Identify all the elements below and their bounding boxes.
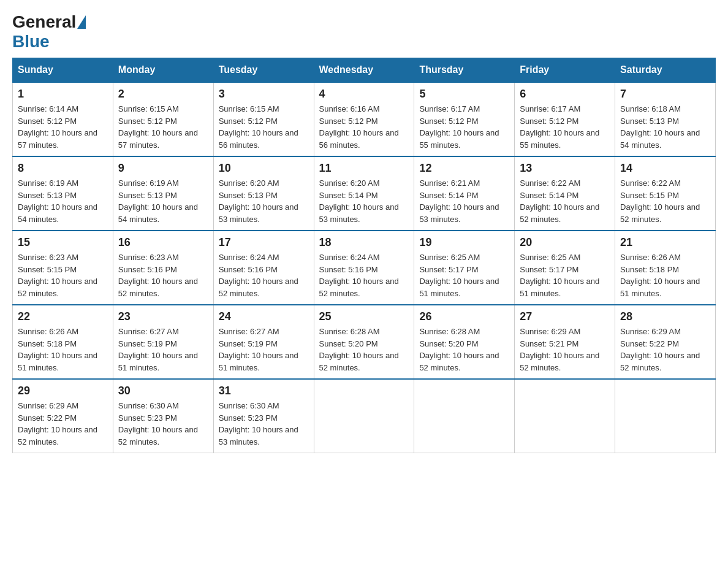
- header-thursday: Thursday: [414, 58, 515, 83]
- day-number: 12: [419, 162, 509, 175]
- day-info: Sunrise: 6:19 AM Sunset: 5:13 PM Dayligh…: [18, 177, 108, 225]
- day-info: Sunrise: 6:16 AM Sunset: 5:12 PM Dayligh…: [319, 103, 409, 151]
- logo: General Blue: [12, 12, 87, 52]
- calendar-cell: 31 Sunrise: 6:30 AM Sunset: 5:23 PM Dayl…: [213, 379, 314, 453]
- calendar-cell: 9 Sunrise: 6:19 AM Sunset: 5:13 PM Dayli…: [113, 156, 213, 231]
- day-info: Sunrise: 6:15 AM Sunset: 5:12 PM Dayligh…: [219, 103, 309, 151]
- day-number: 20: [520, 236, 610, 249]
- day-number: 10: [219, 162, 309, 175]
- calendar-cell: 6 Sunrise: 6:17 AM Sunset: 5:12 PM Dayli…: [515, 82, 615, 156]
- day-number: 22: [18, 310, 108, 323]
- week-row-2: 8 Sunrise: 6:19 AM Sunset: 5:13 PM Dayli…: [13, 156, 716, 231]
- day-info: Sunrise: 6:28 AM Sunset: 5:20 PM Dayligh…: [319, 326, 409, 373]
- header-wednesday: Wednesday: [314, 58, 414, 83]
- day-number: 17: [219, 236, 309, 249]
- day-info: Sunrise: 6:21 AM Sunset: 5:14 PM Dayligh…: [419, 177, 509, 225]
- calendar-cell: [515, 379, 615, 453]
- day-info: Sunrise: 6:15 AM Sunset: 5:12 PM Dayligh…: [118, 103, 208, 151]
- day-number: 1: [18, 88, 108, 101]
- day-number: 19: [419, 236, 509, 249]
- calendar-cell: 29 Sunrise: 6:29 AM Sunset: 5:22 PM Dayl…: [13, 379, 113, 453]
- day-info: Sunrise: 6:18 AM Sunset: 5:13 PM Dayligh…: [620, 103, 710, 151]
- calendar-cell: 22 Sunrise: 6:26 AM Sunset: 5:18 PM Dayl…: [13, 305, 113, 379]
- day-info: Sunrise: 6:26 AM Sunset: 5:18 PM Dayligh…: [620, 251, 710, 299]
- calendar-table: SundayMondayTuesdayWednesdayThursdayFrid…: [12, 58, 716, 453]
- day-number: 27: [520, 310, 610, 323]
- day-info: Sunrise: 6:29 AM Sunset: 5:22 PM Dayligh…: [18, 400, 108, 448]
- day-info: Sunrise: 6:27 AM Sunset: 5:19 PM Dayligh…: [118, 326, 208, 373]
- day-info: Sunrise: 6:22 AM Sunset: 5:14 PM Dayligh…: [520, 177, 610, 225]
- calendar-cell: [314, 379, 414, 453]
- calendar-cell: 16 Sunrise: 6:23 AM Sunset: 5:16 PM Dayl…: [113, 231, 213, 305]
- calendar-cell: 18 Sunrise: 6:24 AM Sunset: 5:16 PM Dayl…: [314, 231, 414, 305]
- calendar-cell: 30 Sunrise: 6:30 AM Sunset: 5:23 PM Dayl…: [113, 379, 213, 453]
- day-number: 30: [118, 385, 208, 397]
- header-saturday: Saturday: [615, 58, 716, 83]
- calendar-cell: 13 Sunrise: 6:22 AM Sunset: 5:14 PM Dayl…: [515, 156, 615, 231]
- calendar-cell: 7 Sunrise: 6:18 AM Sunset: 5:13 PM Dayli…: [615, 82, 716, 156]
- logo-arrow-icon: [77, 15, 86, 29]
- calendar-cell: 11 Sunrise: 6:20 AM Sunset: 5:14 PM Dayl…: [314, 156, 414, 231]
- day-info: Sunrise: 6:14 AM Sunset: 5:12 PM Dayligh…: [18, 103, 108, 151]
- day-number: 25: [319, 310, 409, 323]
- calendar-cell: 17 Sunrise: 6:24 AM Sunset: 5:16 PM Dayl…: [213, 231, 314, 305]
- calendar-cell: 8 Sunrise: 6:19 AM Sunset: 5:13 PM Dayli…: [13, 156, 113, 231]
- day-number: 5: [419, 88, 509, 101]
- day-number: 15: [18, 236, 108, 249]
- day-info: Sunrise: 6:24 AM Sunset: 5:16 PM Dayligh…: [219, 251, 309, 299]
- week-row-1: 1 Sunrise: 6:14 AM Sunset: 5:12 PM Dayli…: [13, 82, 716, 156]
- week-row-3: 15 Sunrise: 6:23 AM Sunset: 5:15 PM Dayl…: [13, 231, 716, 305]
- calendar-cell: [414, 379, 515, 453]
- calendar-cell: 2 Sunrise: 6:15 AM Sunset: 5:12 PM Dayli…: [113, 82, 213, 156]
- day-number: 29: [18, 385, 108, 397]
- week-row-5: 29 Sunrise: 6:29 AM Sunset: 5:22 PM Dayl…: [13, 379, 716, 453]
- day-number: 23: [118, 310, 208, 323]
- calendar-cell: 14 Sunrise: 6:22 AM Sunset: 5:15 PM Dayl…: [615, 156, 716, 231]
- day-info: Sunrise: 6:27 AM Sunset: 5:19 PM Dayligh…: [219, 326, 309, 373]
- day-info: Sunrise: 6:30 AM Sunset: 5:23 PM Dayligh…: [219, 400, 309, 448]
- day-number: 9: [118, 162, 208, 175]
- calendar-header-row: SundayMondayTuesdayWednesdayThursdayFrid…: [13, 58, 716, 83]
- calendar-cell: 28 Sunrise: 6:29 AM Sunset: 5:22 PM Dayl…: [615, 305, 716, 379]
- header-monday: Monday: [113, 58, 213, 83]
- day-number: 26: [419, 310, 509, 323]
- day-info: Sunrise: 6:17 AM Sunset: 5:12 PM Dayligh…: [419, 103, 509, 151]
- day-info: Sunrise: 6:24 AM Sunset: 5:16 PM Dayligh…: [319, 251, 409, 299]
- day-number: 13: [520, 162, 610, 175]
- day-number: 3: [219, 88, 309, 101]
- calendar-cell: 19 Sunrise: 6:25 AM Sunset: 5:17 PM Dayl…: [414, 231, 515, 305]
- calendar-cell: 23 Sunrise: 6:27 AM Sunset: 5:19 PM Dayl…: [113, 305, 213, 379]
- day-number: 18: [319, 236, 409, 249]
- day-info: Sunrise: 6:29 AM Sunset: 5:21 PM Dayligh…: [520, 326, 610, 373]
- week-row-4: 22 Sunrise: 6:26 AM Sunset: 5:18 PM Dayl…: [13, 305, 716, 379]
- day-info: Sunrise: 6:26 AM Sunset: 5:18 PM Dayligh…: [18, 326, 108, 373]
- day-info: Sunrise: 6:17 AM Sunset: 5:12 PM Dayligh…: [520, 103, 610, 151]
- day-info: Sunrise: 6:20 AM Sunset: 5:13 PM Dayligh…: [219, 177, 309, 225]
- day-info: Sunrise: 6:25 AM Sunset: 5:17 PM Dayligh…: [419, 251, 509, 299]
- day-number: 31: [219, 385, 309, 397]
- calendar-cell: 25 Sunrise: 6:28 AM Sunset: 5:20 PM Dayl…: [314, 305, 414, 379]
- day-info: Sunrise: 6:28 AM Sunset: 5:20 PM Dayligh…: [419, 326, 509, 373]
- page-header: General Blue: [12, 12, 716, 52]
- calendar-cell: 12 Sunrise: 6:21 AM Sunset: 5:14 PM Dayl…: [414, 156, 515, 231]
- day-number: 8: [18, 162, 108, 175]
- day-number: 4: [319, 88, 409, 101]
- header-friday: Friday: [515, 58, 615, 83]
- day-number: 24: [219, 310, 309, 323]
- day-number: 28: [620, 310, 710, 323]
- day-info: Sunrise: 6:20 AM Sunset: 5:14 PM Dayligh…: [319, 177, 409, 225]
- day-number: 14: [620, 162, 710, 175]
- day-info: Sunrise: 6:25 AM Sunset: 5:17 PM Dayligh…: [520, 251, 610, 299]
- header-sunday: Sunday: [13, 58, 113, 83]
- day-info: Sunrise: 6:19 AM Sunset: 5:13 PM Dayligh…: [118, 177, 208, 225]
- calendar-cell: 10 Sunrise: 6:20 AM Sunset: 5:13 PM Dayl…: [213, 156, 314, 231]
- calendar-cell: 3 Sunrise: 6:15 AM Sunset: 5:12 PM Dayli…: [213, 82, 314, 156]
- day-number: 11: [319, 162, 409, 175]
- day-number: 6: [520, 88, 610, 101]
- calendar-cell: 20 Sunrise: 6:25 AM Sunset: 5:17 PM Dayl…: [515, 231, 615, 305]
- calendar-cell: 15 Sunrise: 6:23 AM Sunset: 5:15 PM Dayl…: [13, 231, 113, 305]
- day-number: 2: [118, 88, 208, 101]
- logo-blue-text: Blue: [12, 32, 50, 51]
- day-info: Sunrise: 6:23 AM Sunset: 5:15 PM Dayligh…: [18, 251, 108, 299]
- calendar-cell: 1 Sunrise: 6:14 AM Sunset: 5:12 PM Dayli…: [13, 82, 113, 156]
